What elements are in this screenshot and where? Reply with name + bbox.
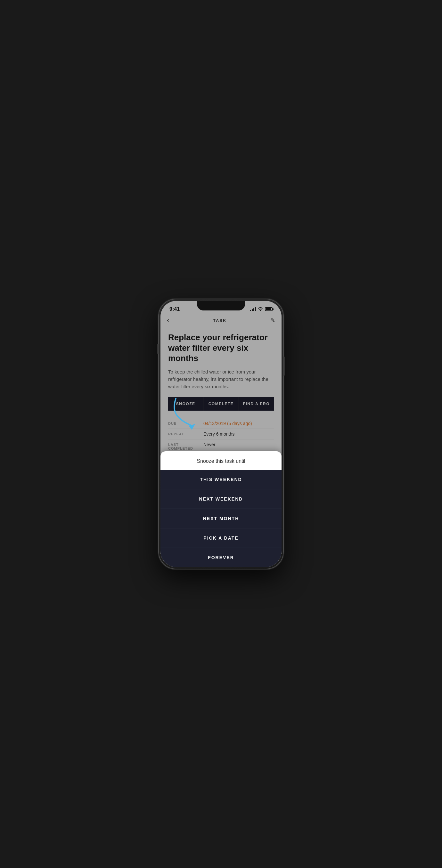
snooze-option-next-weekend[interactable]: NEXT WEEKEND xyxy=(160,489,282,509)
snooze-modal: Snooze this task until THIS WEEKEND NEXT… xyxy=(160,451,282,567)
modal-options-list: THIS WEEKEND NEXT WEEKEND NEXT MONTH PIC… xyxy=(160,470,282,567)
pick-date-label: PICK A DATE xyxy=(203,535,238,540)
power-button xyxy=(284,356,285,376)
snooze-option-next-month[interactable]: NEXT MONTH xyxy=(160,509,282,528)
phone-screen: 9:41 ‹ TASK xyxy=(160,301,282,567)
this-weekend-label: THIS WEEKEND xyxy=(200,477,242,482)
next-month-label: NEXT MONTH xyxy=(203,516,239,521)
snooze-option-this-weekend[interactable]: THIS WEEKEND xyxy=(160,470,282,489)
modal-header-text: Snooze this task until xyxy=(197,458,245,464)
next-weekend-label: NEXT WEEKEND xyxy=(199,496,243,501)
forever-label: FOREVER xyxy=(208,555,234,560)
snooze-option-forever[interactable]: FOREVER xyxy=(160,548,282,567)
modal-header: Snooze this task until xyxy=(160,451,282,470)
phone-frame: 9:41 ‹ TASK xyxy=(158,299,284,569)
snooze-option-pick-date[interactable]: PICK A DATE xyxy=(160,528,282,548)
volume-button xyxy=(157,344,158,354)
